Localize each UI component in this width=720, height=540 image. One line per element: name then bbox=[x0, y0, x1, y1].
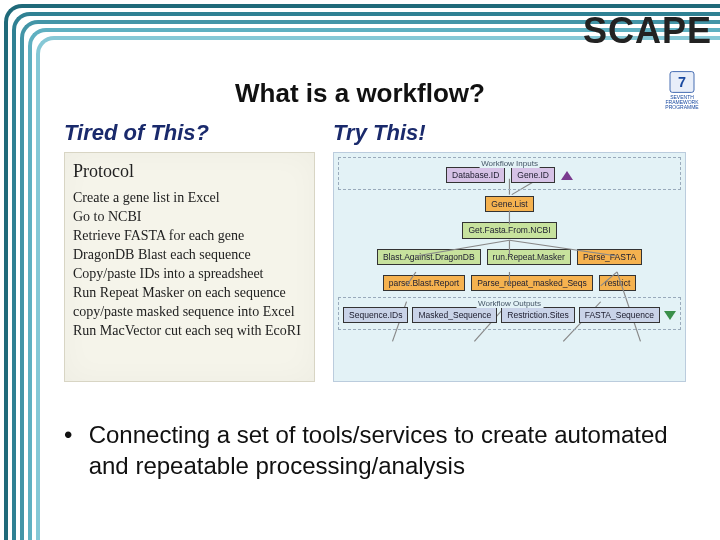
triangle-up-icon bbox=[561, 171, 573, 180]
protocol-step: Run Repeat Masker on each sequence bbox=[73, 284, 306, 303]
triangle-down-icon bbox=[664, 311, 676, 320]
node-gene-list: Gene.List bbox=[485, 196, 533, 212]
workflow-inputs-group: Workflow Inputs Database.ID Gene.ID bbox=[338, 157, 681, 190]
node-sequence-ids: Sequence.IDs bbox=[343, 307, 408, 323]
node-parse-fasta: Parse_FASTA bbox=[577, 249, 642, 265]
fp7-label: SEVENTH FRAMEWORK PROGRAMME bbox=[662, 95, 702, 110]
right-column: Try This! Workflow Inputs Da bbox=[333, 120, 686, 382]
node-parse-blast: parse.Blast.Report bbox=[383, 275, 465, 291]
left-heading: Tired of This? bbox=[64, 120, 315, 146]
node-masked-sequence: Masked_Sequence bbox=[412, 307, 497, 323]
protocol-note: Protocol Create a gene list in Excel Go … bbox=[64, 152, 315, 382]
protocol-step: Go to NCBI bbox=[73, 208, 306, 227]
protocol-step: Create a gene list in Excel bbox=[73, 189, 306, 208]
brand-logo: SCAPE bbox=[583, 10, 712, 52]
protocol-step: DragonDB Blast each sequence bbox=[73, 246, 306, 265]
bullet-point: • Connecting a set of tools/services to … bbox=[64, 420, 674, 481]
node-parse-repeat: Parse_repeat_masked_Seqs bbox=[471, 275, 593, 291]
svg-text:7: 7 bbox=[678, 74, 686, 90]
workflow-diagram: Workflow Inputs Database.ID Gene.ID Gene… bbox=[333, 152, 686, 382]
workflow-inputs-label: Workflow Inputs bbox=[479, 159, 540, 168]
node-repeat-masker: run.Repeat.Masker bbox=[487, 249, 571, 265]
protocol-label: Protocol bbox=[73, 159, 306, 183]
node-restriction-sites: Restriction.Sites bbox=[501, 307, 574, 323]
node-gene-id: Gene.ID bbox=[511, 167, 555, 183]
protocol-step: Run MacVector cut each seq with EcoRI bbox=[73, 322, 306, 341]
protocol-step: Retrieve FASTA for each gene bbox=[73, 227, 306, 246]
workflow-outputs-group: Workflow Outputs Sequence.IDs Masked_Seq… bbox=[338, 297, 681, 330]
protocol-step: Copy/paste IDs into a spreadsheet bbox=[73, 265, 306, 284]
node-restrict: restrict bbox=[599, 275, 637, 291]
protocol-step: copy/paste masked sequence into Excel bbox=[73, 303, 306, 322]
node-blast: Blast.Against.DragonDB bbox=[377, 249, 481, 265]
slide-title: What is a workflow? bbox=[0, 78, 720, 109]
bullet-text: Connecting a set of tools/services to cr… bbox=[89, 420, 669, 481]
node-get-fasta: Get.Fasta.From.NCBI bbox=[462, 222, 556, 238]
workflow-outputs-label: Workflow Outputs bbox=[476, 299, 543, 308]
right-heading: Try This! bbox=[333, 120, 686, 146]
node-database-id: Database.ID bbox=[446, 167, 505, 183]
bullet-marker: • bbox=[64, 420, 82, 451]
left-column: Tired of This? Protocol Create a gene li… bbox=[64, 120, 315, 382]
fp7-logo: 7 SEVENTH FRAMEWORK PROGRAMME bbox=[662, 70, 702, 110]
node-fasta-sequence: FASTA_Sequence bbox=[579, 307, 660, 323]
